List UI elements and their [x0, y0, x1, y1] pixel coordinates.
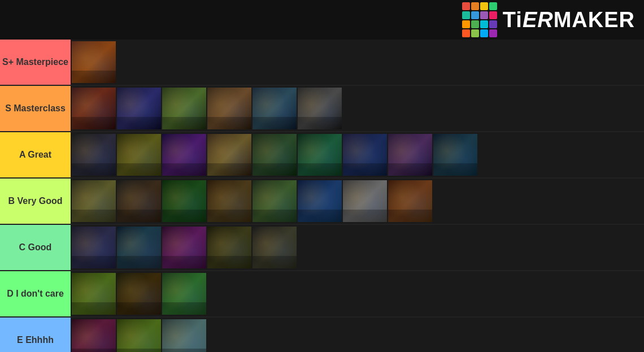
tier-row-e: E Ehhhh: [0, 318, 644, 352]
tier-item-a5[interactable]: [253, 134, 297, 176]
tier-item-d1[interactable]: [72, 273, 116, 315]
logo-color-cell: [462, 2, 470, 10]
tier-item-a7[interactable]: [343, 134, 387, 176]
logo-text: TiERMAKER: [503, 8, 635, 32]
tier-item-b7[interactable]: [343, 180, 387, 222]
tier-item-b2[interactable]: [117, 180, 161, 222]
tier-label-s-plus: S+ Masterpiece: [0, 40, 71, 85]
tier-item-d3[interactable]: [162, 273, 206, 315]
tier-row-c: C Good: [0, 225, 644, 271]
logo-color-cell: [489, 2, 497, 10]
logo-color-cell: [489, 20, 497, 28]
tier-item-b5[interactable]: [253, 180, 297, 222]
tier-item-a4[interactable]: [207, 134, 251, 176]
tier-item-c1[interactable]: [72, 227, 116, 268]
tier-label-e: E Ehhhh: [0, 318, 71, 352]
tier-item-a9[interactable]: [433, 134, 477, 176]
tier-row-b: B Very Good: [0, 179, 644, 225]
header: TiERMAKER: [0, 0, 644, 40]
tier-items-c: [71, 225, 644, 270]
tier-item-a6[interactable]: [298, 134, 342, 176]
tier-item-a1[interactable]: [72, 134, 116, 176]
logo-color-cell: [471, 2, 479, 10]
tier-item-a3[interactable]: [162, 134, 206, 176]
tier-label-c: C Good: [0, 225, 71, 270]
tier-item-a8[interactable]: [388, 134, 432, 176]
tier-label-a: A Great: [0, 132, 71, 177]
tier-item-b3[interactable]: [162, 180, 206, 222]
tier-text: Ti: [503, 8, 523, 32]
tier-items-e: [71, 318, 644, 352]
logo-color-cell: [480, 20, 488, 28]
er-text: ER: [523, 8, 554, 32]
tier-item-s2[interactable]: [117, 88, 161, 129]
logo: TiERMAKER: [462, 2, 635, 37]
tier-item-s6[interactable]: [298, 88, 342, 129]
tier-label-d: D I don't care: [0, 271, 71, 316]
tier-label-b: B Very Good: [0, 179, 71, 224]
logo-color-cell: [471, 11, 479, 19]
tier-items-s-plus: [71, 40, 644, 85]
tier-item-s5[interactable]: [253, 88, 297, 129]
logo-color-cell: [462, 20, 470, 28]
logo-color-cell: [480, 2, 488, 10]
tier-row-s: S Masterclass: [0, 86, 644, 132]
tier-item-s3[interactable]: [162, 88, 206, 129]
tier-item-b4[interactable]: [207, 180, 251, 222]
tier-items-b: [71, 179, 644, 224]
tier-row-s-plus: S+ Masterpiece: [0, 40, 644, 86]
logo-color-cell: [489, 29, 497, 37]
tier-row-d: D I don't care: [0, 271, 644, 318]
tier-item-s4[interactable]: [207, 88, 251, 129]
tier-label-s: S Masterclass: [0, 86, 71, 131]
tier-item-a2[interactable]: [117, 134, 161, 176]
tier-item-b6[interactable]: [298, 180, 342, 222]
logo-color-cell: [489, 11, 497, 19]
logo-color-cell: [462, 11, 470, 19]
logo-color-cell: [471, 29, 479, 37]
logo-color-cell: [480, 11, 488, 19]
tier-item-e1[interactable]: [72, 319, 116, 352]
tier-item-sp1[interactable]: [72, 41, 116, 83]
tier-item-b1[interactable]: [72, 180, 116, 222]
tier-item-c4[interactable]: [207, 227, 251, 268]
maker-text: MAKER: [554, 8, 635, 32]
tier-row-a: A Great: [0, 132, 644, 179]
logo-color-cell: [471, 20, 479, 28]
tier-item-c2[interactable]: [117, 227, 161, 268]
tier-table: S+ MasterpieceS MasterclassA GreatB Very…: [0, 40, 644, 352]
tier-item-c3[interactable]: [162, 227, 206, 268]
tier-item-c5[interactable]: [253, 227, 297, 268]
tier-item-b8[interactable]: [388, 180, 432, 222]
tier-items-d: [71, 271, 644, 316]
tier-item-s1[interactable]: [72, 88, 116, 129]
logo-color-cell: [480, 29, 488, 37]
tier-items-s: [71, 86, 644, 131]
logo-color-cell: [462, 29, 470, 37]
tier-items-a: [71, 132, 644, 177]
tier-item-e2[interactable]: [117, 319, 161, 352]
tier-item-d2[interactable]: [117, 273, 161, 315]
tier-item-e3[interactable]: [162, 319, 206, 352]
logo-grid-icon: [462, 2, 497, 37]
